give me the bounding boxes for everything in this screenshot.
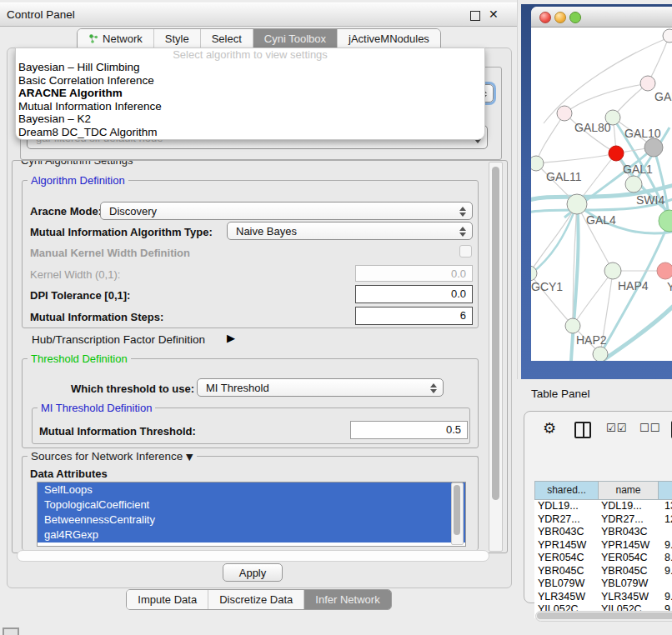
dropdown-item[interactable]: Bayesian – K2 (16, 112, 484, 126)
table-panel-body: ⚙ ☑☑ ☐☐ shared... name YDL19... YDL19...… (524, 411, 672, 603)
table-row[interactable]: YDR27... YDR27... 12 (534, 513, 672, 527)
table-hscrollbar[interactable] (535, 611, 672, 622)
dropdown-item[interactable]: Basic Correlation Inference (16, 74, 484, 88)
cell-name: YPR145W (601, 539, 649, 552)
node-label: GAL (654, 90, 672, 103)
which-threshold-combo[interactable]: MI Threshold (197, 378, 444, 397)
column-header-partial[interactable] (659, 481, 672, 500)
cell-shared: YLR345W (538, 591, 585, 604)
node-label: GAL11 (546, 170, 582, 183)
deselect-all-checkboxes-icon[interactable]: ☐☐ (639, 422, 660, 434)
cell-value: 13 (664, 500, 672, 513)
table-row[interactable]: YBL079W YBL079W (534, 578, 672, 591)
attribute-item[interactable]: gal4RGexp (38, 528, 465, 542)
hub-definition-toggle[interactable]: Hub/Transcription Factor Definition (32, 333, 205, 346)
select-all-checkboxes-icon[interactable]: ☑☑ (606, 422, 627, 434)
apply-button[interactable]: Apply (223, 563, 283, 582)
node-gal11[interactable] (531, 156, 544, 171)
window-minimize-button[interactable] (554, 12, 566, 23)
attribute-item[interactable]: SelfLoops (38, 482, 465, 498)
node-label: Y (667, 280, 672, 293)
float-window-icon[interactable] (470, 11, 480, 21)
cell-name: YDL19... (601, 500, 642, 513)
cell-shared: YPR145W (538, 539, 586, 552)
control-panel-title: Control Panel (7, 8, 75, 21)
gear-icon[interactable]: ⚙ (543, 419, 556, 437)
table-row[interactable]: YER054C YER054C 8. (534, 552, 672, 565)
node-partial-bottom[interactable] (593, 347, 608, 361)
tab-network[interactable]: Network (78, 29, 153, 48)
mi-threshold-field[interactable]: 0.5 (350, 421, 468, 439)
manual-kernel-checkbox[interactable] (459, 245, 472, 258)
network-icon (88, 33, 98, 44)
node-partial-top[interactable] (663, 29, 672, 42)
control-panel-window: Control Panel ✕ Network Style (0, 0, 518, 611)
node-gal4[interactable] (567, 194, 587, 214)
tab-infer-network[interactable]: Infer Network (303, 590, 390, 609)
hub-collapsed-arrow-icon[interactable]: ▶ (227, 332, 235, 344)
mi-steps-label: Mutual Information Steps: (30, 311, 163, 323)
combo-stepper-icon (430, 382, 437, 395)
window-zoom-button[interactable] (569, 12, 581, 23)
kernel-width-field[interactable]: 0.0 (355, 265, 473, 282)
table-row[interactable]: YLR345W YLR345W 9. (534, 591, 672, 604)
table-row[interactable]: YDL19... YDL19... 13 (534, 500, 672, 513)
dropdown-item-selected[interactable]: ARACNE Algorithm (16, 87, 484, 100)
window-close-button[interactable] (539, 12, 551, 23)
node-pink-top[interactable] (640, 76, 655, 91)
tab-select[interactable]: Select (200, 29, 253, 48)
aracne-mode-combo[interactable]: Discovery (100, 202, 473, 220)
node-hap4[interactable] (604, 262, 621, 279)
dropdown-item[interactable]: Mutual Information Inference (16, 100, 484, 113)
node-gcy1[interactable] (531, 266, 537, 281)
tab-impute-data[interactable]: Impute Data (127, 590, 208, 609)
node-gray[interactable] (644, 138, 663, 157)
data-attributes-list: SelfLoops TopologicalCoefficient Between… (37, 482, 466, 547)
attribute-list-scrollbar[interactable] (451, 482, 464, 545)
cell-value: 9. (664, 539, 672, 552)
attribute-item[interactable]: BetweennessCentrality (38, 512, 465, 528)
table-row[interactable]: YPR145W YPR145W 9. (534, 539, 672, 552)
column-header-name[interactable]: name (599, 481, 659, 500)
combo-stepper-icon (459, 225, 466, 238)
tab-jactivemnodules[interactable]: jActiveMNodules (337, 29, 440, 48)
node-hap2[interactable] (565, 318, 580, 333)
tab-cyni-toolbox[interactable]: Cyni Toolbox (253, 29, 337, 48)
node-red[interactable] (609, 146, 624, 161)
cell-shared: YDL19... (538, 500, 579, 513)
cell-value: 9. (664, 565, 672, 578)
node-bright-green[interactable] (659, 210, 672, 232)
cell-shared: YER054C (538, 552, 584, 565)
table-row[interactable]: YBR043C YBR043C (534, 526, 672, 539)
tab-style[interactable]: Style (153, 29, 200, 48)
which-threshold-value: MI Threshold (206, 382, 269, 394)
cell-value: 12 (664, 513, 672, 527)
settings-scrollbar[interactable] (489, 162, 503, 552)
cell-name: YBL079W (601, 578, 648, 591)
cell-shared: YDR27... (538, 513, 580, 527)
node-gal80[interactable] (557, 106, 572, 121)
node-swi4[interactable] (625, 176, 642, 192)
algorithm-definition-title: Algorithm Definition (28, 174, 128, 187)
table-row[interactable]: YBR045C YBR045C 9. (534, 565, 672, 578)
aracne-mode-label: Aracne Mode: (30, 205, 102, 218)
manual-kernel-label: Manual Kernel Width Definition (30, 247, 190, 259)
attribute-item[interactable]: TopologicalCoefficient (38, 498, 465, 512)
sources-expanded-arrow-icon[interactable]: ▼ (186, 452, 193, 462)
dpi-tolerance-field[interactable]: 0.0 (355, 285, 473, 303)
tab-label: Impute Data (138, 593, 197, 606)
network-canvas[interactable]: GAL GAL80 GAL10 GAL1 GAL11 SWI4 GAL4 GCY… (531, 28, 672, 361)
aracne-mode-value: Discovery (109, 205, 157, 218)
column-header-shared[interactable]: shared... (534, 481, 599, 500)
cell-shared: YBR045C (538, 565, 584, 578)
split-columns-icon[interactable] (574, 422, 591, 438)
mi-steps-field[interactable]: 6 (355, 307, 473, 325)
dropdown-item[interactable]: Bayesian – Hill Climbing (16, 61, 484, 74)
tab-discretize-data[interactable]: Discretize Data (208, 590, 303, 609)
close-icon[interactable]: ✕ (489, 8, 499, 21)
minimized-panel-icon-partial[interactable] (3, 628, 19, 635)
node-salmon[interactable] (657, 262, 672, 279)
mi-type-combo[interactable]: Naive Bayes (227, 222, 473, 240)
dropdown-item[interactable]: Dream8 DC_TDC Algorithm (16, 126, 484, 139)
settings-hscrollbar[interactable] (17, 550, 489, 562)
